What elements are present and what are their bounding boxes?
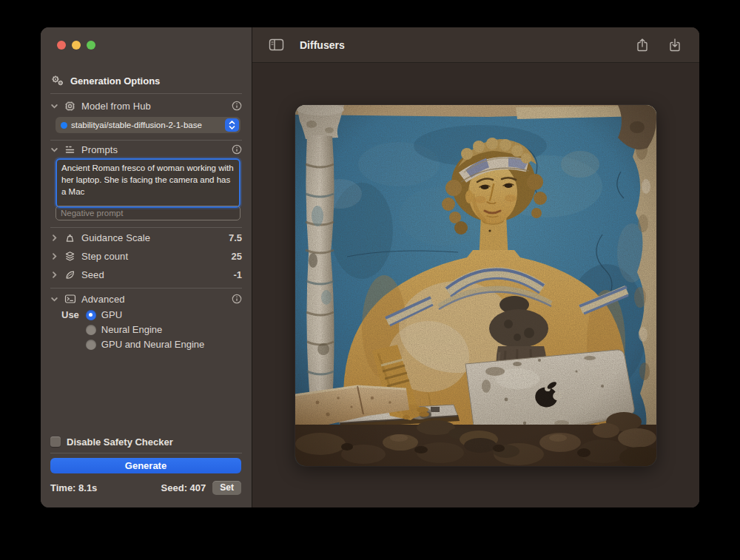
generated-image[interactable]	[295, 105, 656, 466]
close-button[interactable]	[57, 41, 66, 50]
chevron-down-icon[interactable]	[50, 146, 58, 154]
checkbox-icon[interactable]	[50, 436, 61, 447]
scale-weight-icon	[64, 232, 76, 243]
generate-button[interactable]: Generate	[50, 458, 241, 473]
image-canvas	[252, 63, 699, 507]
popup-stepper-icon	[225, 118, 239, 132]
seed-row: Seed -1	[50, 266, 242, 283]
time-status: Time: 8.1s	[50, 482, 161, 493]
divider	[50, 227, 242, 228]
compute-unit-group: Use GPU Neural Engine GPU and Neural Eng…	[61, 309, 204, 350]
model-section-label: Model from Hub	[81, 101, 226, 112]
model-status-dot	[61, 122, 67, 129]
seed-value: -1	[233, 269, 242, 280]
negative-prompt-input[interactable]	[56, 206, 240, 220]
radio-icon[interactable]	[86, 310, 96, 320]
radio-option-gpu[interactable]: GPU	[86, 309, 204, 320]
sidebar-header: Generation Options	[50, 72, 160, 89]
step-count-label: Step count	[81, 251, 226, 262]
info-icon[interactable]	[232, 294, 242, 304]
chevron-right-icon[interactable]	[50, 252, 58, 260]
prompts-section-row: Prompts	[50, 141, 242, 158]
main-area: Diffusers	[252, 27, 699, 507]
app-window: Generation Options Model from Hub	[41, 27, 699, 507]
sidebar-title: Generation Options	[70, 75, 160, 87]
text-quote-icon	[64, 144, 76, 155]
fresco-illustration	[295, 105, 656, 466]
chevron-down-icon[interactable]	[50, 102, 58, 110]
sidebar-toggle-icon[interactable]	[269, 38, 284, 51]
leaf-icon	[64, 269, 76, 280]
model-select-value: stabilityai/stable-diffusion-2-1-base	[71, 121, 225, 129]
step-count-row: Step count 25	[50, 247, 242, 265]
sidebar: Generation Options Model from Hub	[41, 27, 252, 507]
use-label: Use	[61, 309, 79, 320]
save-icon[interactable]	[668, 38, 682, 53]
status-bar: Time: 8.1s Seed: 407 Set	[50, 480, 241, 495]
radio-option-gpu-and-neural-engine[interactable]: GPU and Neural Engine	[86, 339, 204, 350]
divider	[50, 288, 242, 289]
guidance-scale-label: Guidance Scale	[81, 232, 223, 243]
chevron-down-icon[interactable]	[50, 295, 58, 303]
guidance-scale-value: 7.5	[229, 232, 242, 243]
info-icon[interactable]	[232, 144, 242, 155]
minimize-button[interactable]	[72, 41, 81, 50]
terminal-icon	[64, 294, 76, 304]
advanced-section-label: Advanced	[81, 294, 226, 305]
guidance-scale-row: Guidance Scale 7.5	[50, 229, 242, 246]
info-icon[interactable]	[232, 101, 242, 111]
radio-icon[interactable]	[86, 340, 96, 350]
seed-label: Seed	[81, 269, 228, 280]
safety-checker-row[interactable]: Disable Safety Checker	[50, 434, 173, 449]
model-select[interactable]: stabilityai/stable-diffusion-2-1-base	[56, 117, 240, 133]
radio-label: GPU	[101, 309, 122, 320]
advanced-section-row: Advanced	[50, 290, 242, 308]
traffic-lights	[57, 41, 95, 50]
radio-icon[interactable]	[86, 325, 96, 335]
layers-stack-icon	[64, 251, 76, 262]
radio-option-neural-engine[interactable]: Neural Engine	[86, 324, 204, 335]
radio-label: Neural Engine	[101, 324, 162, 335]
share-icon[interactable]	[636, 38, 649, 53]
cpu-chip-icon	[64, 101, 76, 112]
prompts-section-label: Prompts	[81, 144, 226, 155]
radio-label: GPU and Neural Engine	[101, 339, 204, 350]
divider	[50, 93, 242, 94]
model-section-row: Model from Hub	[50, 97, 242, 115]
chevron-right-icon[interactable]	[50, 271, 58, 279]
zoom-button[interactable]	[87, 41, 95, 50]
seed-status: Seed: 407	[161, 482, 206, 493]
chevron-right-icon[interactable]	[50, 234, 58, 242]
window-title: Diffusers	[300, 39, 636, 51]
titlebar: Diffusers	[252, 27, 699, 63]
step-count-value: 25	[232, 251, 242, 262]
set-seed-button[interactable]: Set	[212, 481, 241, 495]
prompt-input[interactable]: Ancient Roman fresco of woman working wi…	[56, 158, 240, 208]
safety-checker-label: Disable Safety Checker	[67, 436, 173, 448]
gears-icon	[50, 75, 64, 87]
divider	[50, 453, 242, 453]
